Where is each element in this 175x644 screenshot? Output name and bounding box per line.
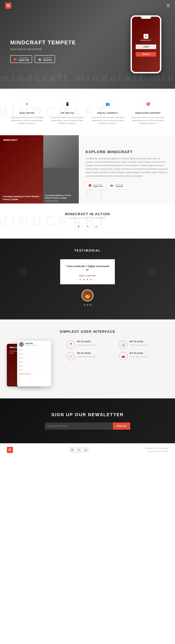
footer-twitter-icon: 𝕏	[78, 448, 80, 451]
explore-title: EXPLORE MINDCRAFT	[86, 150, 168, 154]
chart-icon: 📊	[121, 343, 125, 346]
app-screen-front: John Doe Editing new feed Item 1 Item 2 …	[17, 340, 51, 386]
testimonial-quote: "I love mindcraft ! I highly recommend i…	[65, 264, 110, 272]
linkedin-icon: in	[95, 225, 97, 228]
pinterest-share-button[interactable]: 𝐏	[75, 223, 82, 230]
phone-signup-button[interactable]: SIGN UP	[136, 52, 156, 56]
feature-desc-1: Lorem ipsum dolor sit amet, consectetur …	[10, 116, 45, 125]
simple-feature-desc-3: Lorem ipsum dolor sit	[77, 355, 95, 358]
footer-logo-img: M	[7, 447, 13, 453]
feature-title-2: ON THE GO	[50, 112, 85, 114]
explore-android-icon: 🤖	[110, 184, 113, 187]
footer-linkedin-icon: in	[85, 448, 87, 451]
explore-img-logo: MINDCRAFT	[4, 139, 18, 142]
mobile-icon: 📱	[65, 102, 70, 106]
explore-ios-label: Download for	[93, 183, 103, 185]
social-icon: 👥	[106, 102, 110, 106]
explore-section: mindcraft MINDCRAFT A boutique getaway i…	[0, 135, 175, 204]
testimonial-title: TESTIMONIAL	[7, 249, 168, 252]
android-download-button[interactable]: 🤖 Download for Android	[35, 55, 55, 63]
navbar: M ☰	[0, 0, 175, 11]
simple-feature-desc-2: Lorem ipsum dolor sit	[130, 344, 148, 346]
star-1: ★	[79, 278, 82, 281]
car-icon: 🚗	[121, 354, 125, 358]
footer-pinterest-button[interactable]: 𝐏	[69, 447, 75, 453]
location-icon: 📍	[69, 343, 73, 346]
feature-desc-4: Lorem ipsum dolor sit amet, consectetur …	[130, 116, 165, 125]
explore-ios-name: Apple iOS	[93, 185, 103, 188]
footer-twitter-button[interactable]: 𝕏	[76, 447, 82, 453]
simple-ui-title: SIMPLEST USER INTERFACE	[7, 330, 168, 334]
simple-feature-1: 📍 MY PLACES Lorem ipsum dolor sit	[67, 340, 116, 348]
testimonial-section: TESTIMONIAL ‹ › "I love mindcraft ! I hi…	[0, 238, 175, 320]
dot-1[interactable]	[84, 304, 85, 306]
simple-feature-3: 📈 MY PLACES Lorem ipsum dolor sit	[67, 352, 116, 360]
feature-desc-3: Lorem ipsum dolor sit amet, consectetur …	[90, 116, 125, 125]
simple-feature-4: 🚗 MY PLACES Lorem ipsum dolor sit	[119, 352, 168, 360]
testimonial-stars: ★ ★ ★ ★ ★	[65, 278, 110, 281]
hero-subtitle: Have some fun with mindcraft	[10, 48, 131, 50]
testimonial-next-button[interactable]: ›	[149, 269, 154, 274]
feature-title-4: DEDICATED SUPPORT	[130, 112, 165, 114]
ios-dl-name: Apple iOS	[19, 59, 29, 61]
explore-android-name: Android	[115, 185, 124, 188]
hero-section: mindcraft mindcraft mindcraft mindcraft …	[0, 0, 175, 89]
phone-mockup: M MINDCRAFT LOGIN SIGN UP	[131, 15, 161, 73]
feature-title-1: EASY SETUP	[10, 112, 45, 114]
testimonial-avatar: 👨	[82, 290, 93, 301]
dot-2[interactable]	[87, 304, 88, 306]
explore-ios-button[interactable]: 🍎 Download for Apple iOS	[86, 182, 105, 189]
download-icon: ⬇	[26, 102, 29, 106]
newsletter-email-input[interactable]	[45, 422, 113, 430]
newsletter-title: SIGN UP OUR NEWSLETTER	[7, 412, 168, 417]
simple-feature-desc-4: Lorem ipsum dolor sit	[130, 355, 148, 358]
pinterest-icon: 𝐏	[78, 225, 79, 228]
footer-pinterest-icon: 𝐏	[71, 448, 73, 451]
star-4: ★	[90, 278, 92, 281]
explore-apple-icon: 🍎	[88, 184, 92, 187]
explore-img-caption: A boutique getaway in Prince Edward Coun…	[3, 195, 41, 201]
simple-ui-section: SIMPLEST USER INTERFACE MINDCRAFT A bout…	[0, 320, 175, 398]
ios-dl-label: Download for	[19, 57, 29, 59]
navbar-logo: M	[5, 2, 11, 9]
testimonial-author: ERIC CLAPTON	[65, 275, 110, 277]
footer-linkedin-button[interactable]: in	[83, 447, 89, 453]
newsletter-submit-button[interactable]: SEND ME	[113, 422, 130, 430]
hamburger-icon[interactable]: ☰	[166, 4, 170, 8]
simple-feature-title-1: MY PLACES	[77, 340, 95, 343]
phone-login-button[interactable]: LOGIN	[136, 44, 156, 49]
simple-feature-2: 📊 MY PLACES Lorem ipsum dolor sit	[119, 340, 168, 348]
twitter-share-button[interactable]: 𝕏	[84, 223, 91, 230]
footer-copyright-2: name All rights reserved.	[145, 450, 168, 453]
ios-download-button[interactable]: 🍎 Download for Apple iOS	[10, 55, 32, 63]
simple-feature-title-4: MY PLACES	[130, 352, 148, 354]
star-5: ★	[93, 278, 96, 281]
feature-desc-2: Lorem ipsum dolor sit amet, consectetur …	[50, 116, 85, 125]
avatar-face: 👨	[84, 292, 91, 299]
star-2: ★	[83, 278, 85, 281]
feature-item-2: 📱 ON THE GO Lorem ipsum dolor sit amet, …	[47, 99, 88, 125]
explore-img-2b-caption: A boutique getaway in Prince Edward Coun…	[45, 194, 77, 199]
linkedin-share-button[interactable]: in	[93, 223, 100, 230]
footer-copyright-1: Copyright © 2020 Company	[145, 447, 168, 450]
newsletter-section: SIGN UP OUR NEWSLETTER SEND ME	[0, 398, 175, 443]
explore-image-1: MINDCRAFT A boutique getaway in Prince E…	[0, 135, 43, 204]
testimonial-card: "I love mindcraft ! I highly recommend i…	[60, 259, 115, 284]
phone-app-logo: MINDCRAFT	[141, 40, 151, 41]
support-icon: 🎯	[146, 102, 150, 106]
testimonial-prev-button[interactable]: ‹	[21, 269, 26, 274]
explore-image-2b: A boutique getaway in Prince Edward Coun…	[43, 168, 79, 204]
simple-feature-title-2: MY PLACES	[130, 340, 148, 343]
feature-title-3: SOCIAL CONNECT	[90, 112, 125, 114]
simple-feature-title-3: MY PLACES	[77, 352, 95, 354]
feature-item-1: ⬇ EASY SETUP Lorem ipsum dolor sit amet,…	[7, 99, 47, 125]
share-title: MINDCRAFT IN ACTION	[7, 212, 168, 216]
dot-3[interactable]	[90, 304, 91, 306]
hero-title: MINDCRAFT TEMPETE	[10, 40, 131, 46]
trending-icon: 📈	[69, 354, 73, 358]
explore-android-button[interactable]: 🤖 Download for Android	[107, 182, 126, 189]
share-section: mindcraft MINDCRAFT IN ACTION SHARE THIS…	[0, 204, 175, 238]
star-3: ★	[86, 278, 89, 281]
explore-desc: Compliments, bewonderend gefluit en fonk…	[86, 157, 168, 178]
explore-image-2a	[43, 135, 79, 168]
